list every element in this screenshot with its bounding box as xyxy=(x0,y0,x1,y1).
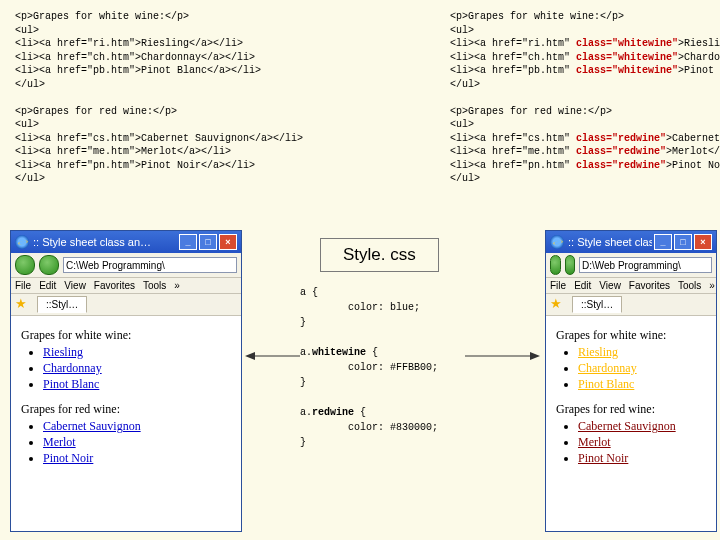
heading-white: Grapes for white wine: xyxy=(556,328,706,343)
wine-link[interactable]: Chardonnay xyxy=(578,361,637,375)
menu-file[interactable]: File xyxy=(15,280,31,291)
close-button[interactable]: × xyxy=(694,234,712,250)
window-title: :: Style sheet class an… xyxy=(568,236,652,248)
maximize-button[interactable]: □ xyxy=(199,234,217,250)
list-item: Cabernet Sauvignon xyxy=(43,419,231,434)
back-button[interactable] xyxy=(550,255,561,275)
wine-link[interactable]: Pinot Blanc xyxy=(43,377,99,391)
arrow-right-icon xyxy=(465,350,540,362)
tab-bar: ★ ::Styl… xyxy=(546,294,716,316)
browser-window-left: :: Style sheet class an… _ □ × FileEditV… xyxy=(10,230,242,532)
list-item: Pinot Noir xyxy=(578,451,706,466)
list-item: Riesling xyxy=(43,345,231,360)
browser-tab[interactable]: ::Styl… xyxy=(37,296,87,313)
tab-bar: ★ ::Styl… xyxy=(11,294,241,316)
heading-red: Grapes for red wine: xyxy=(21,402,231,417)
ie-icon xyxy=(550,235,564,249)
list-item: Pinot Blanc xyxy=(578,377,706,392)
menu-favorites[interactable]: Favorites xyxy=(94,280,135,291)
menu-view[interactable]: View xyxy=(599,280,621,291)
menu-more[interactable]: » xyxy=(709,280,715,291)
menu-bar: FileEditViewFavoritesTools» xyxy=(11,278,241,294)
menu-bar: FileEditViewFavoritesTools» xyxy=(546,278,716,294)
svg-marker-1 xyxy=(245,352,255,360)
wine-link[interactable]: Merlot xyxy=(43,435,76,449)
wine-link[interactable]: Cabernet Sauvignon xyxy=(578,419,676,433)
menu-edit[interactable]: Edit xyxy=(39,280,56,291)
menu-favorites[interactable]: Favorites xyxy=(629,280,670,291)
wine-link[interactable]: Pinot Blanc xyxy=(578,377,634,391)
list-item: Riesling xyxy=(578,345,706,360)
address-bar xyxy=(546,253,716,278)
forward-button[interactable] xyxy=(39,255,59,275)
stylesheet-filename-box: Style. css xyxy=(320,238,439,272)
list-item: Pinot Noir xyxy=(43,451,231,466)
list-item: Pinot Blanc xyxy=(43,377,231,392)
list-item: Cabernet Sauvignon xyxy=(578,419,706,434)
browser-window-right: :: Style sheet class an… _ □ × FileEditV… xyxy=(545,230,717,532)
menu-view[interactable]: View xyxy=(64,280,86,291)
page-content-left: Grapes for white wine: RieslingChardonna… xyxy=(11,316,241,484)
ie-icon xyxy=(15,235,29,249)
menu-more[interactable]: » xyxy=(174,280,180,291)
browser-tab[interactable]: ::Styl… xyxy=(572,296,622,313)
minimize-button[interactable]: _ xyxy=(654,234,672,250)
wine-link[interactable]: Riesling xyxy=(578,345,618,359)
minimize-button[interactable]: _ xyxy=(179,234,197,250)
menu-edit[interactable]: Edit xyxy=(574,280,591,291)
heading-red: Grapes for red wine: xyxy=(556,402,706,417)
code-block-right: <p>Grapes for white wine:</p> <ul> <li><… xyxy=(450,10,710,186)
menu-tools[interactable]: Tools xyxy=(678,280,701,291)
list-item: Merlot xyxy=(578,435,706,450)
wine-link[interactable]: Riesling xyxy=(43,345,83,359)
forward-button[interactable] xyxy=(565,255,576,275)
red-wine-list: Cabernet SauvignonMerlotPinot Noir xyxy=(21,419,231,466)
favorites-icon[interactable]: ★ xyxy=(15,296,27,313)
menu-tools[interactable]: Tools xyxy=(143,280,166,291)
wine-link[interactable]: Cabernet Sauvignon xyxy=(43,419,141,433)
heading-white: Grapes for white wine: xyxy=(21,328,231,343)
list-item: Chardonnay xyxy=(578,361,706,376)
maximize-button[interactable]: □ xyxy=(674,234,692,250)
back-button[interactable] xyxy=(15,255,35,275)
titlebar: :: Style sheet class an… _ □ × xyxy=(11,231,241,253)
wine-link[interactable]: Chardonnay xyxy=(43,361,102,375)
white-wine-list: RieslingChardonnayPinot Blanc xyxy=(556,345,706,392)
close-button[interactable]: × xyxy=(219,234,237,250)
red-wine-list: Cabernet SauvignonMerlotPinot Noir xyxy=(556,419,706,466)
white-wine-list: RieslingChardonnayPinot Blanc xyxy=(21,345,231,392)
favorites-icon[interactable]: ★ xyxy=(550,296,562,313)
svg-marker-3 xyxy=(530,352,540,360)
wine-link[interactable]: Pinot Noir xyxy=(43,451,93,465)
address-input[interactable] xyxy=(63,257,237,273)
address-bar xyxy=(11,253,241,278)
wine-link[interactable]: Merlot xyxy=(578,435,611,449)
wine-link[interactable]: Pinot Noir xyxy=(578,451,628,465)
address-input[interactable] xyxy=(579,257,712,273)
titlebar: :: Style sheet class an… _ □ × xyxy=(546,231,716,253)
arrow-left-icon xyxy=(245,350,300,362)
list-item: Chardonnay xyxy=(43,361,231,376)
page-content-right: Grapes for white wine: RieslingChardonna… xyxy=(546,316,716,484)
menu-file[interactable]: File xyxy=(550,280,566,291)
code-block-left: <p>Grapes for white wine:</p> <ul> <li><… xyxy=(15,10,345,186)
list-item: Merlot xyxy=(43,435,231,450)
css-code-block: a { color: blue; } a.whitewine { color: … xyxy=(300,285,438,450)
window-title: :: Style sheet class an… xyxy=(33,236,177,248)
